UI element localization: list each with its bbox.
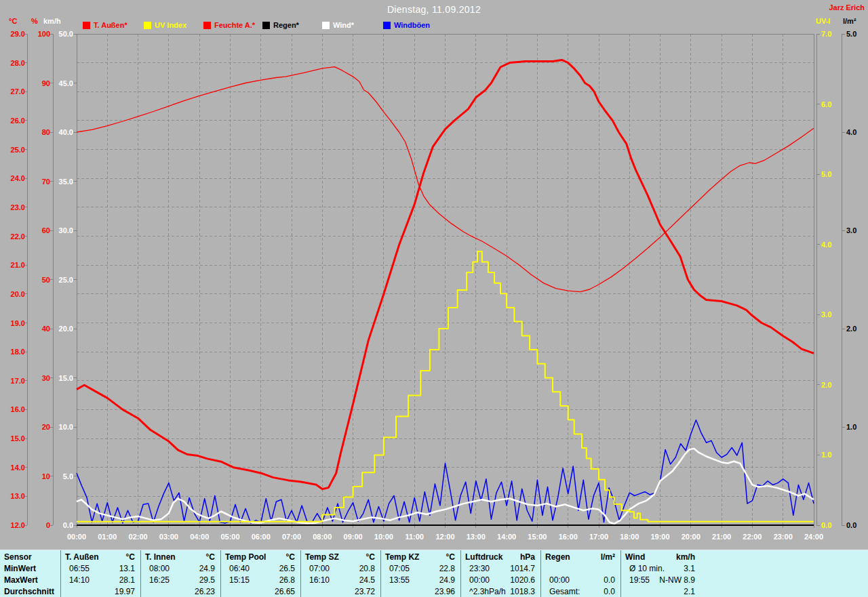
legend-label-t-aussen: T. Außen* <box>94 21 127 29</box>
svg-text:1.0: 1.0 <box>846 423 856 431</box>
svg-text:16.0: 16.0 <box>11 405 25 413</box>
table-group-temp-kz: Temp KZ°C07:0522.813:5524.923.96 <box>380 550 460 597</box>
table-row-labels: SensorMinWertMaxWertDurchschnitt <box>0 550 60 597</box>
svg-text:10:00: 10:00 <box>374 533 393 541</box>
cell-time: Ø 10 min. <box>625 563 665 575</box>
cell-time: 23:30 <box>465 563 490 575</box>
svg-text:11:00: 11:00 <box>405 533 424 541</box>
cell-value: 3.1 <box>684 563 695 575</box>
legend-item-regen: Regen* <box>262 21 299 30</box>
cell-value: 20.8 <box>359 563 375 575</box>
svg-text:20.0: 20.0 <box>59 325 73 333</box>
cell-time: 19:55 <box>625 575 650 586</box>
cell-time: 14:10 <box>65 575 90 586</box>
cell-temp-kz-min: 07:0522.8 <box>381 563 460 575</box>
legend-label-regen: Regen* <box>273 21 299 29</box>
svg-text:21:00: 21:00 <box>712 533 731 541</box>
svg-text:0: 0 <box>46 521 50 529</box>
svg-text:12:00: 12:00 <box>435 533 454 541</box>
group-unit: °C <box>446 552 455 563</box>
svg-text:14.0: 14.0 <box>11 464 25 472</box>
svg-text:22.0: 22.0 <box>11 232 25 241</box>
svg-text:26.0: 26.0 <box>11 117 25 125</box>
legend-swatch-wind <box>322 22 330 29</box>
cell-value: 1018.3 <box>510 586 535 597</box>
cell-t-aussen-max: 14:1028.1 <box>61 575 140 586</box>
legend-item-t-aussen: T. Außen* <box>83 21 127 30</box>
table-group-wind: Windkm/hØ 10 min.3.119:55N-NW 8.92.1 <box>620 550 701 597</box>
legend-swatch-t-aussen <box>83 22 90 29</box>
cell-t-innen-avg: 26.23 <box>141 586 220 597</box>
row-label-3: Durchschnitt <box>0 586 60 597</box>
cell-temp-kz-max: 13:5524.9 <box>381 575 460 586</box>
cell-t-aussen-min: 06:5513.1 <box>61 563 140 575</box>
svg-text:10.0: 10.0 <box>59 423 73 431</box>
cell-value: 24.9 <box>199 563 215 575</box>
legend-label-wind: Wind* <box>333 21 354 29</box>
weather-station-app: 00:0001:0002:0003:0004:0005:0006:0007:00… <box>0 0 868 597</box>
cell-value: 13.1 <box>119 563 135 575</box>
cell-time: 08:00 <box>145 563 170 575</box>
cell-temp-kz-avg: 23.96 <box>381 586 460 597</box>
y-axis-temp: 29.028.027.026.025.024.023.022.021.020.0… <box>11 30 27 529</box>
cell-value: 0.0 <box>604 575 615 586</box>
cell-time: 13:55 <box>385 575 410 586</box>
cell-value: 0.0 <box>604 586 615 597</box>
svg-text:28.0: 28.0 <box>11 59 25 67</box>
y-axis-hum: 1009080706050403020100 <box>38 30 53 529</box>
cell-wind-avg: 2.1 <box>621 586 701 597</box>
cell-time <box>625 586 629 597</box>
cell-time: 07:05 <box>385 563 410 575</box>
legend-item-feuchte-a: Feuchte A.* <box>203 21 255 30</box>
y-axis-wind: 50.045.040.035.030.025.020.015.010.05.00… <box>59 30 77 529</box>
cell-time <box>145 586 149 597</box>
svg-text:15.0: 15.0 <box>11 434 25 442</box>
cell-time: 16:25 <box>145 575 170 586</box>
cell-value: 26.5 <box>279 563 295 575</box>
group-name: Temp Pool <box>225 552 266 563</box>
legend-swatch-windboeen <box>383 22 391 29</box>
table-group-regen: Regenl/m²00:000.0Gesamt:0.0 <box>540 550 620 597</box>
svg-text:45.0: 45.0 <box>59 79 73 87</box>
legend-item-uv-index: UV Index <box>144 21 186 30</box>
legend-label-feuchte-a: Feuchte A.* <box>214 21 255 29</box>
svg-text:0.0: 0.0 <box>846 521 856 529</box>
svg-text:13:00: 13:00 <box>467 533 486 541</box>
svg-text:09:00: 09:00 <box>344 533 363 541</box>
group-header-temp-kz: Temp KZ°C <box>381 552 460 563</box>
row-label-0: Sensor <box>0 552 60 563</box>
cell-time <box>385 586 389 597</box>
group-name: T. Innen <box>145 552 176 563</box>
svg-text:19:00: 19:00 <box>650 533 669 541</box>
table-group-t-innen: T. Innen°C08:0024.916:2529.526.23 <box>140 550 220 597</box>
legend-swatch-regen <box>262 22 270 29</box>
stats-table: SensorMinWertMaxWertDurchschnittT. Außen… <box>0 550 868 597</box>
svg-text:02:00: 02:00 <box>129 533 148 541</box>
svg-text:23:00: 23:00 <box>774 533 793 541</box>
svg-text:22:00: 22:00 <box>743 533 762 541</box>
group-unit: km/h <box>676 552 695 563</box>
svg-text:5.0: 5.0 <box>846 30 856 38</box>
svg-text:13.0: 13.0 <box>11 492 25 500</box>
svg-text:1.0: 1.0 <box>821 451 831 459</box>
cell-value: 26.23 <box>195 586 215 597</box>
cell-value: 23.96 <box>435 586 455 597</box>
axis-unit-wind: km/h <box>43 17 61 25</box>
legend-label-uv-index: UV Index <box>155 21 186 29</box>
cell-t-aussen-avg: 19.97 <box>61 586 140 597</box>
svg-text:40.0: 40.0 <box>59 128 73 136</box>
cell-value: 1014.7 <box>510 563 535 575</box>
svg-text:80: 80 <box>42 128 50 136</box>
svg-text:16:00: 16:00 <box>559 533 578 541</box>
svg-text:3.0: 3.0 <box>821 310 831 318</box>
svg-text:3.0: 3.0 <box>846 226 856 234</box>
group-header-temp-pool: Temp Pool°C <box>221 552 300 563</box>
cell-temp-pool-max: 15:1526.8 <box>221 575 300 586</box>
group-name: Luftdruck <box>465 552 502 563</box>
cell-value: 24.9 <box>439 575 455 586</box>
svg-text:29.0: 29.0 <box>11 30 25 38</box>
group-unit: hPa <box>520 552 535 563</box>
cell-value: 2.1 <box>684 586 695 597</box>
cell-value: N-NW 8.9 <box>659 575 695 586</box>
legend-item-wind: Wind* <box>322 21 354 30</box>
